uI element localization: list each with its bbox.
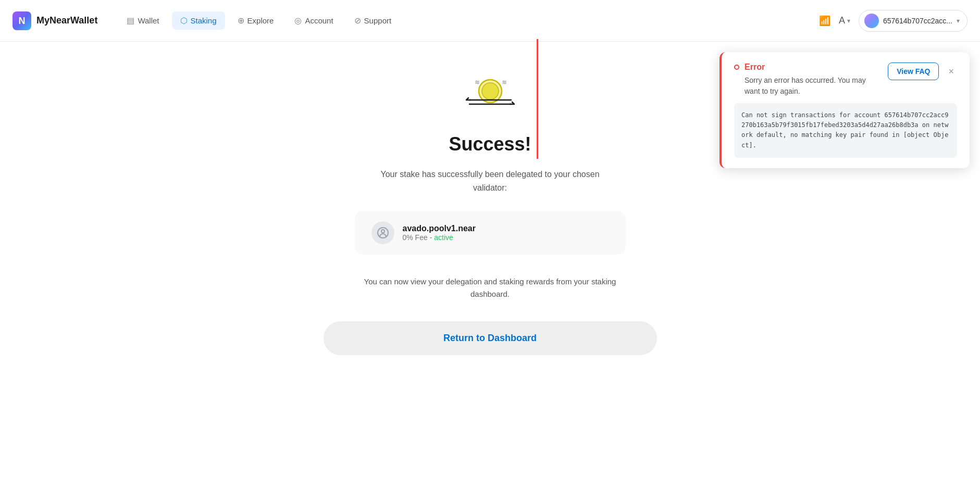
- error-actions: View FAQ ×: [888, 62, 957, 80]
- validator-fee: 0% Fee - active: [403, 233, 476, 242]
- svg-point-3: [482, 83, 499, 99]
- validator-info: avado.poolv1.near 0% Fee - active: [403, 224, 476, 242]
- success-title: Success!: [449, 133, 531, 155]
- view-faq-button[interactable]: View FAQ: [888, 62, 939, 80]
- translate-icon: A: [839, 15, 845, 26]
- validator-card: avado.poolv1.near 0% Fee - active: [355, 211, 626, 255]
- support-icon: ⊘: [354, 16, 361, 26]
- account-chevron: ▾: [957, 17, 960, 24]
- nav-staking[interactable]: ⬡ Staking: [172, 11, 225, 30]
- header: N MyNearWallet ▤ Wallet ⬡ Staking ⊕ Expl…: [0, 0, 980, 42]
- app-name: MyNearWallet: [36, 15, 97, 26]
- account-pill[interactable]: 657614b707cc2acc... ▾: [859, 10, 967, 32]
- svg-text:≋: ≋: [475, 79, 480, 86]
- main-content: ≋ ≋ Success! Your stake has successfully…: [0, 42, 980, 376]
- svg-text:N: N: [19, 16, 26, 26]
- validator-name: avado.poolv1.near: [403, 224, 476, 233]
- account-id: 657614b707cc2acc...: [883, 17, 952, 25]
- error-header: Error Sorry an error has occurred. You m…: [734, 62, 957, 97]
- nav-support[interactable]: ⊘ Support: [346, 11, 400, 30]
- success-icon-area: ≋ ≋: [459, 73, 522, 117]
- error-panel: Error Sorry an error has occurred. You m…: [720, 52, 970, 168]
- close-error-button[interactable]: ×: [945, 65, 957, 78]
- delegation-note: You can now view your delegation and sta…: [355, 275, 626, 300]
- translate-chevron: ▾: [847, 17, 850, 24]
- nav-account[interactable]: ◎ Account: [286, 11, 341, 30]
- error-dot-icon: [734, 65, 739, 70]
- return-to-dashboard-button[interactable]: Return to Dashboard: [324, 321, 657, 355]
- logo-icon: N: [13, 11, 31, 30]
- error-code-block: Can not sign transactions for account 65…: [734, 103, 957, 158]
- wallet-icon: ▤: [127, 16, 134, 26]
- validator-avatar: [371, 221, 394, 244]
- avatar: [864, 14, 879, 28]
- main-nav: ▤ Wallet ⬡ Staking ⊕ Explore ◎ Account ⊘…: [118, 11, 819, 30]
- account-icon: ◎: [294, 16, 302, 26]
- header-right: 📶 A ▾ 657614b707cc2acc... ▾: [819, 10, 967, 32]
- wifi-icon[interactable]: 📶: [819, 15, 830, 27]
- staking-animation-icon: ≋ ≋: [459, 73, 522, 115]
- validator-status: active: [434, 233, 453, 242]
- error-title: Error: [745, 62, 882, 72]
- translate-area[interactable]: A ▾: [839, 15, 850, 26]
- error-content: Error Sorry an error has occurred. You m…: [745, 62, 882, 97]
- svg-text:≋: ≋: [502, 79, 507, 86]
- error-header-left: Error Sorry an error has occurred. You m…: [734, 62, 882, 97]
- nav-wallet[interactable]: ▤ Wallet: [118, 11, 167, 30]
- logo-area[interactable]: N MyNearWallet: [13, 11, 97, 30]
- explore-icon: ⊕: [238, 16, 244, 26]
- success-subtitle: Your stake has successfully been delegat…: [365, 168, 615, 194]
- nav-explore[interactable]: ⊕ Explore: [229, 11, 282, 30]
- staking-icon: ⬡: [180, 16, 188, 26]
- error-message: Sorry an error has occurred. You may wan…: [745, 75, 882, 97]
- svg-point-9: [381, 230, 384, 233]
